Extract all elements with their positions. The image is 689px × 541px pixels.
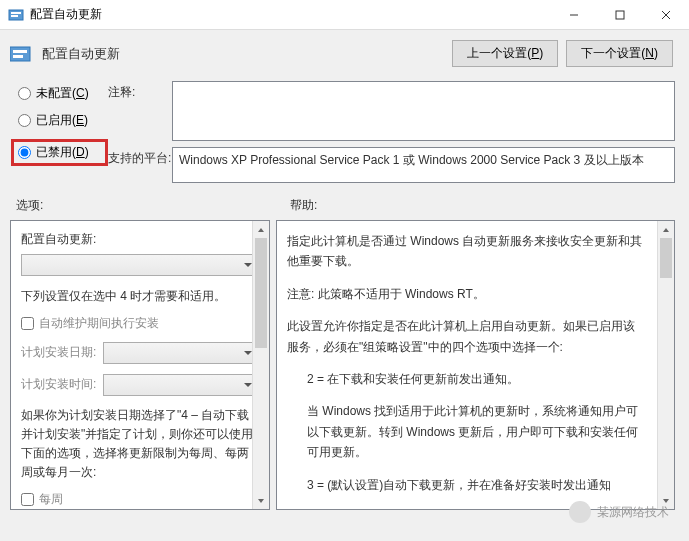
help-scrollbar[interactable]	[657, 221, 674, 509]
svg-rect-9	[13, 55, 23, 58]
chk-maintenance[interactable]: 自动维护期间执行安装	[21, 315, 259, 332]
options-label: 选项:	[16, 197, 290, 214]
prev-setting-button[interactable]: 上一个设置(P)	[452, 40, 558, 67]
help-label: 帮助:	[290, 197, 317, 214]
header: 配置自动更新 上一个设置(P) 下一个设置(N)	[0, 30, 689, 75]
svg-rect-1	[11, 12, 21, 14]
minimize-button[interactable]	[551, 0, 597, 30]
help-text: 指定此计算机是否通过 Windows 自动更新服务来接收安全更新和其他重要下载。…	[287, 231, 664, 510]
sched-time-label: 计划安装时间:	[21, 376, 103, 393]
radio-disabled[interactable]: 已禁用(D)	[18, 144, 101, 161]
window-controls	[551, 0, 689, 30]
scroll-thumb[interactable]	[255, 238, 267, 348]
window-title: 配置自动更新	[30, 6, 551, 23]
options-section-title: 配置自动更新:	[21, 231, 259, 248]
scroll-up-icon[interactable]	[658, 221, 674, 238]
sched-date-combo[interactable]	[103, 342, 259, 364]
maximize-button[interactable]	[597, 0, 643, 30]
radio-enabled[interactable]: 已启用(E)	[18, 112, 108, 129]
update-mode-combo[interactable]	[21, 254, 259, 276]
options-scrollbar[interactable]	[252, 221, 269, 509]
header-icon	[10, 45, 34, 63]
svg-rect-2	[11, 15, 18, 17]
platform-label: 支持的平台:	[108, 147, 172, 183]
header-title: 配置自动更新	[42, 45, 452, 63]
section-labels: 选项: 帮助:	[0, 193, 689, 220]
next-setting-button[interactable]: 下一个设置(N)	[566, 40, 673, 67]
scroll-down-icon[interactable]	[253, 492, 269, 509]
svg-rect-7	[10, 47, 30, 61]
chk-weekly[interactable]: 每周	[21, 491, 259, 508]
options-para: 如果你为计划安装日期选择了"4 – 自动下载并计划安装"并指定了计划，则你还可以…	[21, 406, 259, 483]
comment-label: 注释:	[108, 81, 172, 141]
options-panel: 配置自动更新: 下列设置仅在选中 4 时才需要和适用。 自动维护期间执行安装 计…	[10, 220, 270, 510]
state-radios: 未配置(C) 已启用(E) 已禁用(D)	[18, 81, 108, 189]
radio-not-configured[interactable]: 未配置(C)	[18, 85, 108, 102]
svg-rect-4	[616, 11, 624, 19]
bottom-panels: 配置自动更新: 下列设置仅在选中 4 时才需要和适用。 自动维护期间执行安装 计…	[0, 220, 689, 510]
comment-input[interactable]	[172, 81, 675, 141]
policy-icon	[8, 7, 24, 23]
scroll-up-icon[interactable]	[253, 221, 269, 238]
close-button[interactable]	[643, 0, 689, 30]
help-panel: 指定此计算机是否通过 Windows 自动更新服务来接收安全更新和其他重要下载。…	[276, 220, 675, 510]
scroll-thumb[interactable]	[660, 238, 672, 278]
sched-date-label: 计划安装日期:	[21, 344, 103, 361]
sched-time-combo[interactable]	[103, 374, 259, 396]
platform-box: Windows XP Professional Service Pack 1 或…	[172, 147, 675, 183]
scroll-down-icon[interactable]	[658, 492, 674, 509]
options-note: 下列设置仅在选中 4 时才需要和适用。	[21, 288, 259, 305]
titlebar: 配置自动更新	[0, 0, 689, 30]
svg-rect-8	[13, 50, 27, 53]
state-row: 未配置(C) 已启用(E) 已禁用(D) 注释: 支持的平台: Windows …	[0, 75, 689, 193]
highlight-box: 已禁用(D)	[11, 139, 108, 166]
